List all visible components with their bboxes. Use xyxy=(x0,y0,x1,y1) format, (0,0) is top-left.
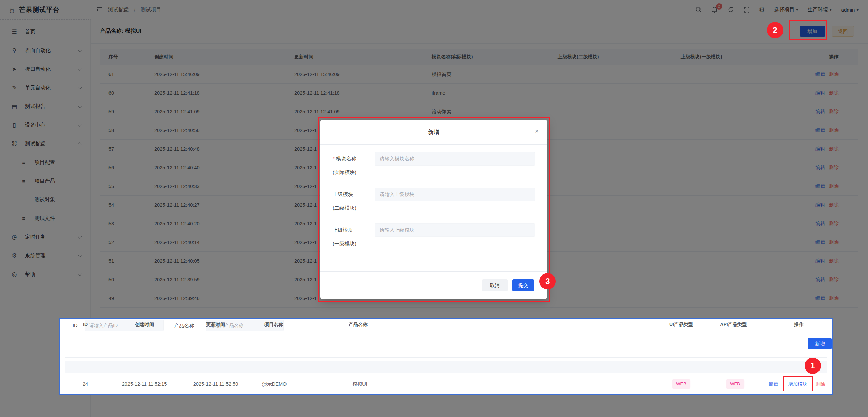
submit-button[interactable]: 提交 xyxy=(512,279,534,291)
parent-module1-input[interactable] xyxy=(375,223,535,237)
api-type-tag: WEB xyxy=(726,379,744,389)
add-module-link[interactable]: 增加模块 xyxy=(788,378,807,390)
p-cell-created: 2025-12-11 11:52:15 xyxy=(122,378,167,390)
product-list-panel: ID 产品名称 新增 ID 创建时间 更新时间 项目名称 产品名称 UI产品类型… xyxy=(59,318,833,395)
dialog-footer: 取消 提交 xyxy=(320,271,547,299)
dialog-title: 新增 xyxy=(428,128,439,136)
edit-link[interactable]: 编辑 xyxy=(769,378,778,390)
module-name-label: *模块名称 xyxy=(333,152,373,166)
module-name-input[interactable] xyxy=(375,152,535,166)
parent-module2-label: 上级模块 xyxy=(333,188,373,201)
parent-module1-label: 上级模块 xyxy=(333,223,373,237)
ui-type-tag: WEB xyxy=(672,379,690,389)
parent-module2-input[interactable] xyxy=(375,188,535,201)
p-header-actions: 操作 xyxy=(794,319,804,330)
p-header-id: ID xyxy=(83,319,88,330)
p-cell-product: 模拟UI xyxy=(352,378,367,390)
new-product-button[interactable]: 新增 xyxy=(808,338,832,349)
p-header-updated: 更新时间 xyxy=(206,319,225,330)
p-header-created: 创建时间 xyxy=(135,319,154,330)
parent-module2-sublabel: (二级模块) xyxy=(333,201,373,215)
p-header-project: 项目名称 xyxy=(264,319,283,330)
annotation-step-1: 1 xyxy=(805,358,821,374)
filter-id-label: ID xyxy=(73,323,78,328)
close-icon[interactable]: × xyxy=(535,128,539,134)
annotation-step-3: 3 xyxy=(539,273,556,289)
p-header-api-type: API产品类型 xyxy=(720,319,747,330)
module-name-sublabel: (实际模块) xyxy=(333,166,373,179)
p-cell-project: 演示DEMO xyxy=(262,378,287,390)
cancel-button[interactable]: 取消 xyxy=(482,279,508,291)
dialog-header: 新增 × xyxy=(320,120,547,145)
p-header-product: 产品名称 xyxy=(349,319,368,330)
p-cell-updated: 2025-12-11 11:52:50 xyxy=(193,378,238,390)
add-module-dialog: 新增 × *模块名称 (实际模块) 上级模块 (二级模块) 上级模块 (一级模块… xyxy=(320,120,547,299)
annotation-step-2: 2 xyxy=(767,22,783,38)
filter-name-label: 产品名称 xyxy=(174,323,194,329)
delete-link[interactable]: 删除 xyxy=(815,378,825,390)
p-cell-id: 24 xyxy=(83,378,88,390)
panel-divider xyxy=(65,357,827,358)
product-table-header xyxy=(65,361,827,373)
p-header-ui-type: UI产品类型 xyxy=(669,319,693,330)
parent-module1-sublabel: (一级模块) xyxy=(333,237,373,250)
